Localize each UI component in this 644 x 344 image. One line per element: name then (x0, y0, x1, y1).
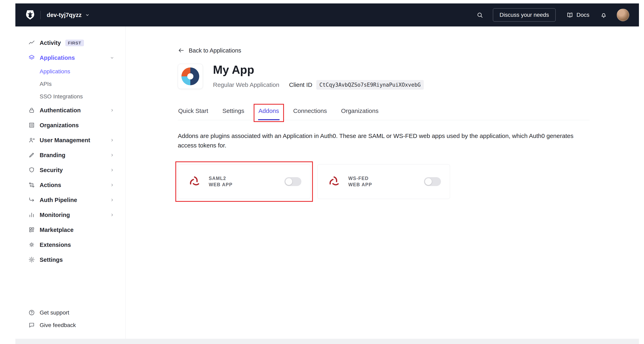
main-content: Back to Applications My App Regular Web … (126, 26, 639, 339)
topbar-left: dev-tyj7qyzz (26, 10, 90, 19)
grid-plus-icon (28, 226, 35, 233)
sidebar-label: Settings (40, 257, 63, 263)
sidebar-item-auth-pipeline[interactable]: Auth Pipeline (15, 192, 126, 207)
docs-label: Docs (576, 12, 590, 18)
sidebar-label: Actions (40, 182, 61, 188)
bottom-strip (15, 339, 639, 344)
sidebar-item-applications[interactable]: Applications (15, 50, 126, 65)
sidebar-label: Extensions (40, 242, 71, 248)
give-feedback-label: Give feedback (40, 322, 76, 329)
chevron-right-icon (110, 153, 114, 158)
sidebar-label: Organizations (40, 122, 79, 129)
tab-connections[interactable]: Connections (293, 107, 328, 120)
user-plus-icon (28, 137, 35, 144)
addon-cards: SAML2 WEB APP (178, 164, 639, 199)
sidebar-item-monitoring[interactable]: Monitoring (15, 207, 126, 222)
client-id-value[interactable]: CtCqy3AvbQZSo7sE9RiynaPuiXOxvebG (316, 80, 424, 90)
tab-quick-start[interactable]: Quick Start (178, 107, 208, 120)
toggle-knob (286, 178, 292, 185)
saml2-name-line1: SAML2 (209, 175, 232, 181)
tab-settings[interactable]: Settings (222, 107, 244, 120)
sidebar-label: Activity (40, 40, 61, 46)
give-feedback-link[interactable]: Give feedback (15, 319, 126, 332)
sidebar-footer: Get support Give feedback (15, 306, 126, 339)
sidebar-label: Applications (40, 54, 75, 61)
saml2-addon-card[interactable]: SAML2 WEB APP (178, 164, 310, 199)
chevron-right-icon (110, 138, 114, 143)
sidebar-item-extensions[interactable]: Extensions (15, 237, 126, 252)
app-title: My App (213, 64, 424, 76)
wsfed-name-line2: WEB APP (348, 181, 372, 188)
tab-organizations[interactable]: Organizations (340, 107, 379, 120)
saml2-logo-icon (188, 175, 201, 188)
tab-addons[interactable]: Addons (258, 107, 280, 120)
saml2-addon-name: SAML2 WEB APP (209, 175, 232, 188)
back-arrow-icon (178, 47, 185, 54)
sidebar-item-marketplace[interactable]: Marketplace (15, 222, 126, 237)
wsfed-addon-name: WS-FED WEB APP (348, 175, 372, 188)
toggle-knob (425, 178, 432, 185)
app-header-text: My App Regular Web Application Client ID… (213, 64, 424, 90)
chevron-right-icon (110, 108, 114, 113)
book-icon (566, 12, 573, 18)
sidebar-label: Auth Pipeline (40, 197, 77, 203)
sidebar-item-security[interactable]: Security (15, 163, 126, 177)
wsfed-logo-icon (328, 175, 340, 188)
client-id-label: Client ID (289, 81, 312, 88)
sidebar-label: Authentication (40, 107, 81, 114)
app-tabs: Quick Start Settings Addons Connections … (178, 107, 590, 120)
wsfed-addon-wrap: WS-FED WEB APP (317, 164, 450, 199)
sidebar-label: User Management (40, 137, 90, 144)
sidebar: Activity FIRST Applications Applications… (15, 26, 126, 339)
saml2-addon-wrap: SAML2 WEB APP (178, 164, 310, 199)
wsfed-name-line1: WS-FED (348, 175, 372, 181)
user-avatar[interactable] (617, 9, 629, 21)
sidebar-label: Security (40, 167, 63, 173)
saml2-addon-toggle[interactable] (284, 177, 301, 186)
get-support-link[interactable]: Get support (15, 306, 126, 319)
tenant-switcher[interactable]: dev-tyj7qyzz (47, 12, 90, 18)
chevron-right-icon (110, 212, 114, 217)
docs-link[interactable]: Docs (565, 11, 590, 18)
app-meta-row: Regular Web Application Client ID CtCqy3… (213, 80, 424, 90)
building-icon (28, 122, 35, 129)
back-to-applications-link[interactable]: Back to Applications (178, 47, 241, 54)
sidebar-item-authentication[interactable]: Authentication (15, 103, 126, 118)
app-type-label: Regular Web Application (213, 81, 279, 88)
sidebar-subitem-apis[interactable]: APIs (15, 78, 126, 90)
layers-icon (28, 54, 35, 61)
lock-icon (28, 107, 35, 114)
wsfed-addon-card[interactable]: WS-FED WEB APP (317, 164, 450, 199)
chevron-down-icon (110, 55, 114, 60)
sidebar-item-settings[interactable]: Settings (15, 252, 126, 267)
bar-chart-icon (28, 211, 35, 218)
auth0-dashboard: dev-tyj7qyzz Discuss your needs Docs (15, 3, 639, 344)
app-logo-icon (182, 67, 199, 85)
sun-gear-icon (28, 241, 35, 248)
sidebar-item-organizations[interactable]: Organizations (15, 118, 126, 133)
get-support-label: Get support (40, 310, 69, 316)
chevron-right-icon (110, 182, 114, 187)
chevron-down-icon (85, 12, 90, 17)
first-badge: FIRST (65, 40, 84, 46)
topbar-divider (40, 11, 41, 19)
body-row: Activity FIRST Applications Applications… (15, 26, 639, 339)
discuss-your-needs-button[interactable]: Discuss your needs (493, 8, 556, 22)
tenant-name: dev-tyj7qyzz (47, 12, 82, 18)
sidebar-item-user-management[interactable]: User Management (15, 133, 126, 148)
screenshot-canvas: dev-tyj7qyzz Discuss your needs Docs (0, 0, 644, 344)
wsfed-addon-toggle[interactable] (424, 177, 441, 186)
help-circle-icon (28, 309, 35, 316)
auth0-logo-icon[interactable] (26, 10, 35, 19)
search-icon[interactable] (476, 12, 483, 18)
sidebar-subitem-sso-integrations[interactable]: SSO Integrations (15, 90, 126, 103)
sidebar-subitem-applications[interactable]: Applications (15, 65, 126, 78)
top-bar: dev-tyj7qyzz Discuss your needs Docs (15, 3, 639, 26)
sidebar-item-activity[interactable]: Activity FIRST (15, 35, 126, 50)
activity-icon (28, 39, 35, 46)
addons-description: Addons are plugins associated with an Ap… (178, 131, 586, 150)
speech-bubble-icon (28, 322, 35, 329)
sidebar-item-branding[interactable]: Branding (15, 148, 126, 163)
sidebar-item-actions[interactable]: Actions (15, 177, 126, 192)
bell-icon[interactable] (600, 12, 607, 18)
